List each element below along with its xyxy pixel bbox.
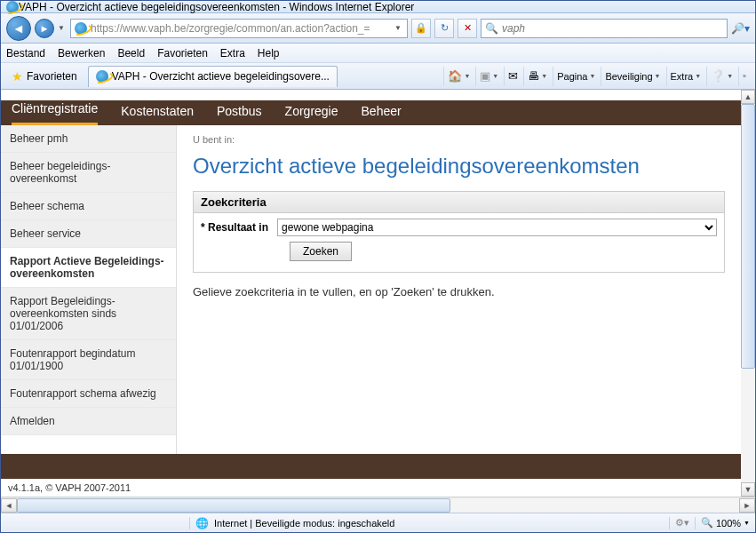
nav-beheer[interactable]: Beheer [362, 104, 402, 125]
menu-beeld[interactable]: Beeld [117, 47, 145, 60]
result-select[interactable]: gewone webpagina [277, 219, 717, 236]
page-title: Overzicht actieve begeleidingsovereenkom… [193, 154, 725, 179]
result-label: * Resultaat in [201, 221, 268, 234]
scroll-right-arrow[interactable]: ► [739, 498, 755, 513]
help-icon: ❔ [711, 69, 725, 83]
protected-mode-icon[interactable]: ⚙▾ [675, 517, 689, 529]
favorites-label: Favorieten [27, 70, 77, 83]
search-input[interactable] [502, 22, 723, 35]
nav-history-dropdown[interactable]: ▼ [58, 24, 67, 32]
menu-extra[interactable]: Extra [220, 47, 245, 60]
ie-icon [96, 70, 108, 83]
breadcrumb: U bent in: [193, 134, 725, 145]
scroll-left-arrow[interactable]: ◄ [1, 498, 17, 513]
vertical-scrollbar[interactable]: ▲ ▼ [741, 90, 755, 497]
nav-postbus[interactable]: Postbus [217, 104, 262, 125]
menu-bewerken[interactable]: Bewerken [58, 47, 105, 60]
scroll-thumb-h[interactable] [17, 498, 450, 513]
back-button[interactable]: ◄ [6, 16, 31, 41]
panel-head: Zoekcriteria [194, 192, 724, 213]
rss-icon: ▣ [480, 69, 490, 83]
search-criteria-panel: Zoekcriteria * Resultaat in gewone webpa… [193, 191, 725, 273]
menu-help[interactable]: Help [258, 47, 280, 60]
nav-zorgregie[interactable]: Zorgregie [285, 104, 338, 125]
browser-window: VAPH - Overzicht actieve begeleidingsove… [0, 0, 756, 533]
sidebar-item-beheer-schema[interactable]: Beheer schema [1, 193, 176, 220]
expand-icon[interactable]: » [738, 67, 750, 86]
sidebar-item-rapport-sinds[interactable]: Rapport Begeleidings-overeenkomsten sind… [1, 288, 176, 340]
menu-bestand[interactable]: Bestand [6, 47, 45, 60]
search-box[interactable]: 🔍 [481, 19, 728, 38]
print-button[interactable]: 🖶▼ [523, 67, 551, 86]
security-zone-text: Internet | Beveiligde modus: ingeschakel… [214, 518, 394, 529]
menu-favorieten[interactable]: Favorieten [157, 47, 208, 60]
tab-title: VAPH - Overzicht actieve begeleidingsove… [112, 70, 330, 83]
extra-menu[interactable]: Extra▼ [666, 67, 705, 86]
search-icon: 🔍 [485, 22, 498, 35]
sidebar: Beheer pmh Beheer begeleidings-overeenko… [1, 125, 177, 454]
print-icon: 🖶 [528, 69, 539, 83]
zoom-value: 100% [716, 518, 741, 529]
page-menu[interactable]: Pagina▼ [553, 67, 599, 86]
sidebar-item-foutenrapport-schema[interactable]: Foutenrapport schema afwezig [1, 380, 176, 408]
command-bar: 🏠▼ ▣▼ ✉ 🖶▼ Pagina▼ Beveiliging▼ Extra▼ ❔… [443, 67, 750, 86]
star-icon: ★ [12, 69, 23, 84]
version-text: v4.1.1a, © VAPH 2007-2011 [1, 479, 741, 497]
ie-menubar: Bestand Bewerken Beeld Favorieten Extra … [1, 44, 755, 63]
sidebar-item-foutenrapport-begin[interactable]: Foutenrapport begindatum 01/01/1900 [1, 340, 176, 380]
address-dropdown[interactable]: ▼ [394, 24, 403, 32]
home-icon: 🏠 [448, 69, 462, 83]
mail-icon: ✉ [508, 69, 518, 83]
stop-button[interactable]: ✕ [458, 19, 477, 38]
globe-icon: 🌐 [195, 517, 209, 529]
panel-body: * Resultaat in gewone webpagina Zoeken [194, 213, 724, 272]
favorites-row: ★ Favorieten VAPH - Overzicht actieve be… [1, 63, 755, 90]
scroll-up-arrow[interactable]: ▲ [741, 90, 755, 104]
sidebar-item-rapport-actieve[interactable]: Rapport Actieve Begeleidings-overeenkoms… [1, 248, 176, 288]
scroll-track-h[interactable] [17, 498, 739, 513]
sidebar-item-beheer-begeleiding[interactable]: Beheer begeleidings-overeenkomst [1, 153, 176, 193]
ie-icon [75, 22, 87, 35]
refresh-button[interactable]: ↻ [434, 19, 454, 38]
navbar: ◄ ► ▼ ▼ 🔒 ↻ ✕ 🔍 🔎▾ [1, 13, 755, 44]
security-menu[interactable]: Beveiliging▼ [601, 67, 664, 86]
help-button[interactable]: ❔▼ [706, 67, 736, 86]
feeds-button[interactable]: ▣▼ [475, 67, 502, 86]
viewport: Cliëntregistratie Kostenstaten Postbus Z… [1, 90, 755, 513]
search-button[interactable]: Zoeken [290, 242, 352, 261]
nav-kostenstaten[interactable]: Kostenstaten [121, 104, 194, 125]
app-body: Beheer pmh Beheer begeleidings-overeenko… [1, 125, 741, 454]
statusbar: 🌐 Internet | Beveiligde modus: ingeschak… [1, 513, 755, 532]
app-content: Cliëntregistratie Kostenstaten Postbus Z… [1, 90, 755, 497]
scroll-track[interactable] [741, 104, 755, 482]
scroll-down-arrow[interactable]: ▼ [741, 482, 755, 497]
horizontal-scrollbar[interactable]: ◄ ► [1, 497, 755, 513]
browser-tab[interactable]: VAPH - Overzicht actieve begeleidingsove… [88, 66, 338, 87]
window-title: VAPH - Overzicht actieve begeleidingsove… [19, 1, 750, 13]
instruction-text: Gelieve zoekcriteria in te vullen, en op… [193, 285, 725, 298]
zoom-icon: 🔍 [701, 517, 713, 529]
sidebar-item-afmelden[interactable]: Afmelden [1, 408, 176, 435]
nav-clientregistratie[interactable]: Cliëntregistratie [12, 101, 98, 125]
zoom-control[interactable]: 🔍 100% ▼ [701, 517, 750, 529]
ie-icon [6, 1, 19, 13]
scroll-thumb[interactable] [741, 104, 755, 369]
forward-button[interactable]: ► [35, 19, 54, 38]
sidebar-item-beheer-service[interactable]: Beheer service [1, 220, 176, 248]
chevron-down-icon: ▼ [744, 520, 750, 526]
app-footer [1, 454, 741, 479]
home-button[interactable]: 🏠▼ [443, 67, 473, 86]
lock-icon[interactable]: 🔒 [411, 19, 431, 38]
app-nav: Cliëntregistratie Kostenstaten Postbus Z… [1, 90, 741, 125]
address-bar[interactable]: ▼ [70, 19, 408, 38]
search-go-icon[interactable]: 🔎▾ [731, 22, 750, 35]
titlebar: VAPH - Overzicht actieve begeleidingsove… [1, 1, 755, 13]
sidebar-item-beheer-pmh[interactable]: Beheer pmh [1, 125, 176, 153]
favorites-button[interactable]: ★ Favorieten [6, 68, 83, 85]
result-row: * Resultaat in gewone webpagina [201, 219, 717, 236]
main-content: U bent in: Overzicht actieve begeleiding… [177, 125, 741, 454]
mail-button[interactable]: ✉ [504, 67, 521, 86]
url-input[interactable] [91, 22, 391, 35]
